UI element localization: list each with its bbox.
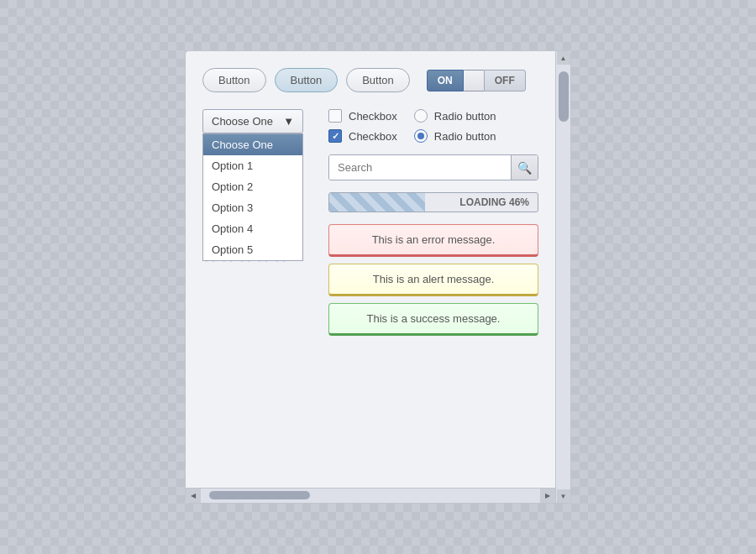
dropdown-item-1[interactable]: Option 1 xyxy=(203,155,302,176)
button-1[interactable]: Button xyxy=(202,68,266,92)
button-row: Button Button Button ON OFF xyxy=(202,68,538,92)
toggle-on[interactable]: ON xyxy=(427,70,464,91)
dropdown-item-2[interactable]: Option 2 xyxy=(203,176,302,197)
toggle-handle xyxy=(464,70,484,91)
messages-section: This is an error message. This is an ale… xyxy=(328,224,538,336)
progress-fill xyxy=(329,193,425,212)
scroll-track xyxy=(556,65,570,489)
toggle-group: ON OFF xyxy=(427,70,526,91)
search-button[interactable]: 🔍 xyxy=(511,155,538,180)
radio-checked[interactable] xyxy=(414,129,428,143)
radio-item-2[interactable]: Radio button xyxy=(414,129,496,143)
error-message: This is an error message. xyxy=(328,224,538,257)
radio-item-1[interactable]: Radio button xyxy=(414,109,496,123)
vertical-scrollbar[interactable]: ▲ ▼ xyxy=(555,51,570,503)
checkbox-label-2: Checkbox xyxy=(349,130,397,143)
left-column: Choose One ▼ Choose One Option 1 Option … xyxy=(202,109,312,336)
progress-row: LOADING 46% xyxy=(328,192,538,212)
checkbox-item-2[interactable]: Checkbox xyxy=(328,129,397,143)
dropdown-item-4[interactable]: Option 4 xyxy=(203,218,302,239)
right-column: Checkbox Checkbox Radio button xyxy=(328,109,538,336)
dropdown-arrow-icon: ▼ xyxy=(283,115,294,128)
checkbox-item-1[interactable]: Checkbox xyxy=(328,109,397,123)
checkbox-column: Checkbox Checkbox xyxy=(328,109,397,143)
ui-panel: ▲ ▼ Button Button Button ON OFF xyxy=(185,50,571,504)
search-row: 🔍 xyxy=(328,154,538,180)
search-input[interactable] xyxy=(329,155,511,180)
radio-label-2: Radio button xyxy=(434,130,496,143)
scroll-track-horizontal xyxy=(201,489,540,503)
scroll-thumb-horizontal[interactable] xyxy=(209,491,310,499)
radio-label-1: Radio button xyxy=(434,110,496,123)
search-box: 🔍 xyxy=(328,154,538,180)
scroll-down-arrow[interactable]: ▼ xyxy=(557,489,570,503)
button-3[interactable]: Button xyxy=(346,68,410,92)
radio-column: Radio button Radio button xyxy=(414,109,496,143)
success-message: This is a success message. xyxy=(328,303,538,336)
checkbox-label-1: Checkbox xyxy=(349,110,397,123)
button-2[interactable]: Button xyxy=(275,68,339,92)
progress-bar: LOADING 46% xyxy=(328,192,538,212)
scroll-up-arrow[interactable]: ▲ xyxy=(557,51,570,65)
main-content-area: Choose One ▼ Choose One Option 1 Option … xyxy=(202,109,538,336)
checkbox-unchecked[interactable] xyxy=(328,109,342,123)
checkbox-radio-group: Checkbox Checkbox Radio button xyxy=(328,109,538,143)
dropdown-button[interactable]: Choose One ▼ xyxy=(202,109,303,133)
checkbox-checked[interactable] xyxy=(328,129,342,143)
progress-label: LOADING 46% xyxy=(459,196,529,208)
horizontal-scrollbar[interactable]: ◀ ▶ xyxy=(186,488,555,503)
scroll-right-arrow[interactable]: ▶ xyxy=(540,489,555,504)
dropdown-label: Choose One xyxy=(212,115,273,128)
scroll-thumb[interactable] xyxy=(559,71,569,122)
dropdown-item-3[interactable]: Option 3 xyxy=(203,197,302,218)
radio-unchecked[interactable] xyxy=(414,109,428,123)
dropdown-item-5[interactable]: Option 5 xyxy=(203,239,302,260)
toggle-off[interactable]: OFF xyxy=(484,70,526,91)
search-icon: 🔍 xyxy=(517,161,532,175)
alert-message: This is an alert message. xyxy=(328,264,538,296)
scroll-left-arrow[interactable]: ◀ xyxy=(186,489,201,504)
dropdown-item-0[interactable]: Choose One xyxy=(203,134,302,155)
dropdown-container: Choose One ▼ Choose One Option 1 Option … xyxy=(202,109,303,133)
dropdown-menu: Choose One Option 1 Option 2 Option 3 Op… xyxy=(202,133,303,261)
main-content: Button Button Button ON OFF Choose One ▼ xyxy=(202,68,538,336)
